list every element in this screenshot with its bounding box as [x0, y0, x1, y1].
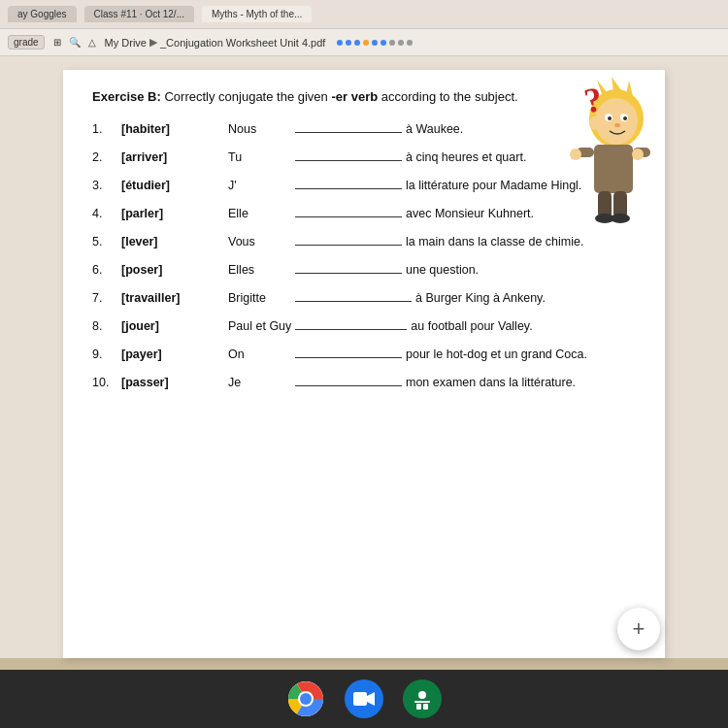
table-row: 2. [arriver] Tu à cinq heures et quart. [92, 148, 636, 164]
item-blank[interactable] [295, 119, 402, 133]
item-subject: Vous [228, 235, 291, 248]
address-bar: grade ⊞ 🔍 △ My Drive ▶ _Conjugation Work… [0, 29, 728, 56]
exercise-label: Exercise B: [92, 89, 161, 104]
svg-marker-2 [612, 77, 621, 91]
item-rest: au football pour Valley. [411, 319, 532, 333]
item-number: 10. [92, 376, 121, 389]
svg-point-18 [570, 149, 581, 160]
fab-button[interactable]: + [617, 608, 660, 650]
taskbar-classroom[interactable] [403, 679, 442, 718]
item-verb: [passer] [121, 376, 228, 389]
svg-marker-3 [626, 81, 633, 96]
main-content: ? [0, 56, 728, 658]
item-rest: la littérature pour Madame Hingl. [406, 179, 581, 192]
item-number: 6. [92, 263, 121, 277]
breadcrumb-mydrive[interactable]: My Drive [105, 37, 147, 49]
cartoon-svg [563, 75, 650, 225]
item-blank[interactable] [295, 148, 402, 161]
svg-point-8 [623, 116, 627, 120]
breadcrumb-file[interactable]: _Conjugation Worksheet Unit 4.pdf [160, 37, 325, 49]
item-verb: [payer] [121, 347, 228, 361]
item-number: 5. [92, 235, 121, 248]
table-row: 8. [jouer] Paul et Guy au football pour … [92, 316, 636, 333]
cartoon-character: ? [563, 75, 655, 230]
item-blank[interactable] [295, 373, 402, 386]
item-rest: à cinq heures et quart. [406, 150, 526, 164]
svg-point-7 [608, 116, 612, 120]
table-row: 9. [payer] On pour le hot-dog et un gran… [92, 345, 636, 361]
svg-point-23 [300, 693, 312, 705]
drive-icon[interactable]: △ [85, 36, 99, 50]
dot-blue4 [372, 40, 378, 46]
dot-gray2 [398, 40, 404, 46]
chrome-icon [288, 681, 323, 716]
exercise-instruction: Correctly conjugate the given [164, 89, 331, 104]
item-number: 2. [92, 150, 121, 164]
item-subject: Nous [228, 122, 291, 136]
item-verb: [travailler] [121, 291, 228, 305]
item-verb: [jouer] [121, 319, 228, 333]
taskbar-chrome[interactable] [286, 679, 325, 718]
status-dots [337, 40, 413, 46]
svg-rect-29 [414, 701, 430, 703]
item-verb: [étudier] [121, 179, 228, 192]
item-rest: à Burger King à Ankeny. [415, 291, 546, 305]
grade-tag: grade [8, 35, 45, 50]
item-subject: Je [228, 376, 291, 389]
nav-icons: ⊞ 🔍 △ [50, 36, 99, 50]
item-subject: J' [228, 179, 291, 192]
table-row: 5. [lever] Vous la main dans la classe d… [92, 232, 636, 248]
item-subject: Tu [228, 150, 291, 164]
item-blank[interactable] [295, 260, 402, 274]
svg-point-17 [611, 214, 630, 223]
item-number: 8. [92, 319, 121, 333]
dot-gray1 [389, 40, 395, 46]
tab-class[interactable]: Class #11 · Oct 12/... [84, 6, 194, 22]
breadcrumb-separator: ▶ [149, 36, 157, 49]
item-blank[interactable] [295, 316, 407, 330]
search-icon[interactable]: 🔍 [68, 36, 82, 50]
item-rest: pour le hot-dog et un grand Coca. [406, 347, 587, 361]
item-verb: [habiter] [121, 122, 228, 136]
table-row: 7. [travailler] Brigitte à Burger King à… [92, 288, 636, 305]
item-rest: à Waukee. [406, 122, 463, 136]
item-blank[interactable] [295, 232, 402, 246]
classroom-icon [409, 685, 436, 712]
exercise-header: Exercise B: Correctly conjugate the give… [92, 89, 636, 104]
dot-orange [363, 40, 369, 46]
taskbar-meet[interactable] [345, 679, 383, 718]
exercise-items: 1. [habiter] Nous à Waukee. 2. [arriver]… [92, 119, 636, 389]
browser-tab-bar: ay Goggles Class #11 · Oct 12/... Myths … [0, 0, 728, 29]
dot-gray3 [407, 40, 413, 46]
item-verb: [parler] [121, 207, 228, 220]
grid-icon[interactable]: ⊞ [50, 36, 64, 50]
item-blank[interactable] [295, 288, 412, 302]
item-subject: Brigitte [228, 291, 291, 305]
breadcrumb: My Drive ▶ _Conjugation Worksheet Unit 4… [105, 36, 326, 49]
tab-goggles[interactable]: ay Goggles [8, 6, 77, 22]
item-blank[interactable] [295, 176, 402, 189]
dot-blue5 [381, 40, 386, 46]
dot-blue2 [346, 40, 351, 46]
exercise-verb-type: -er verb [331, 89, 378, 104]
item-number: 7. [92, 291, 121, 305]
table-row: 3. [étudier] J' la littérature pour Mada… [92, 176, 636, 192]
item-rest: une question. [406, 263, 479, 277]
table-row: 4. [parler] Elle avec Monsieur Kuhnert. [92, 204, 636, 220]
tab-myths[interactable]: Myths - Myth of the... [202, 6, 312, 22]
svg-point-9 [614, 123, 620, 127]
item-subject: Elle [228, 207, 291, 220]
dot-blue3 [354, 40, 360, 46]
svg-point-19 [632, 149, 644, 160]
item-subject: On [228, 347, 291, 361]
fab-icon: + [633, 616, 645, 642]
table-row: 6. [poser] Elles une question. [92, 260, 636, 277]
item-verb: [arriver] [121, 150, 228, 164]
item-blank[interactable] [295, 204, 402, 217]
item-rest: mon examen dans la littérature. [406, 376, 576, 389]
item-number: 1. [92, 122, 121, 136]
item-blank[interactable] [295, 345, 402, 358]
item-subject: Elles [228, 263, 291, 277]
item-number: 4. [92, 207, 121, 220]
dot-blue1 [337, 40, 343, 46]
